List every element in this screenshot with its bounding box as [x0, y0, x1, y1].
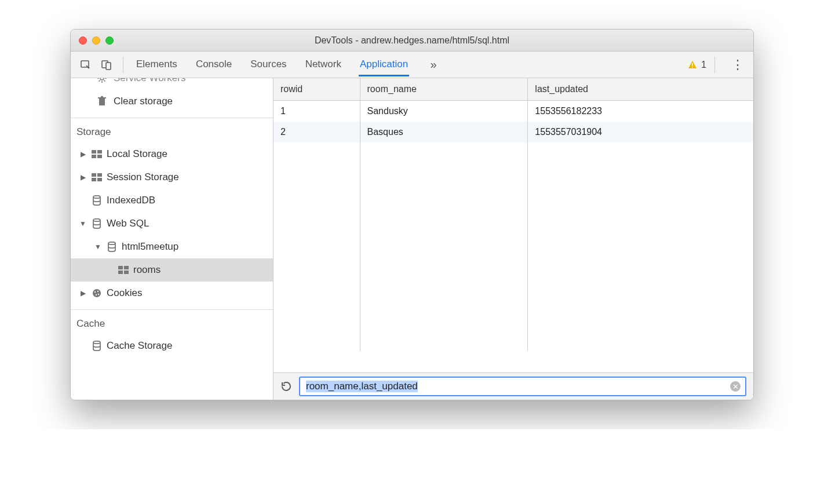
tab-network[interactable]: Network [304, 53, 342, 76]
collapse-icon: ▼ [94, 243, 102, 251]
sidebar-section-cache: Cache [71, 309, 273, 334]
svg-point-18 [93, 219, 100, 221]
svg-rect-6 [99, 98, 105, 105]
content-area: Service Workers Clear storage Storage ▶ … [71, 78, 753, 400]
expand-icon: ▶ [79, 173, 87, 181]
tree-label: Session Storage [107, 171, 179, 183]
cell: Sandusky [360, 101, 528, 122]
svg-rect-11 [92, 155, 96, 158]
table-icon [117, 266, 130, 274]
svg-rect-22 [118, 271, 123, 274]
devtools-window: DevTools - andrew.hedges.name/html5/sql.… [70, 29, 754, 400]
refresh-button[interactable] [280, 381, 292, 392]
storage-icon [90, 173, 103, 181]
close-window-button[interactable] [79, 36, 87, 45]
tree-item-cache-storage[interactable]: Cache Storage [71, 334, 273, 357]
tree-item-database[interactable]: ▼ html5meetup [71, 235, 273, 258]
storage-icon [90, 150, 103, 158]
tab-sources[interactable]: Sources [249, 53, 287, 76]
svg-point-28 [98, 294, 99, 295]
svg-point-5 [100, 78, 104, 80]
table-row[interactable]: 2 Basques 1553557031904 [274, 122, 753, 143]
tree-item-cookies[interactable]: ▶ Cookies [71, 282, 273, 305]
svg-point-17 [93, 196, 100, 198]
panel-tabs: Elements Console Sources Network Applica… [135, 53, 683, 76]
query-input[interactable] [305, 380, 730, 393]
table-header-row: rowid room_name last_updated [274, 78, 753, 101]
column-header[interactable]: rowid [274, 78, 360, 101]
cookie-icon [90, 288, 103, 298]
window-controls [79, 36, 114, 45]
warning-icon [687, 60, 698, 70]
tree-label: rooms [133, 264, 161, 276]
device-toggle-icon[interactable] [99, 57, 115, 73]
tree-item-websql[interactable]: ▼ Web SQL [71, 212, 273, 235]
application-sidebar: Service Workers Clear storage Storage ▶ … [71, 78, 274, 400]
tree-label: IndexedDB [107, 195, 155, 206]
svg-rect-7 [98, 97, 106, 98]
svg-rect-10 [97, 150, 102, 154]
svg-rect-23 [124, 271, 129, 274]
tree-label: Cache Storage [107, 340, 172, 352]
svg-rect-8 [101, 96, 103, 97]
svg-point-29 [93, 341, 100, 344]
cell: 1 [274, 101, 360, 122]
separator [714, 57, 715, 73]
data-grid: rowid room_name last_updated 1 Sandusky … [274, 78, 753, 373]
tree-label: Web SQL [107, 218, 149, 229]
expand-icon: ▶ [79, 150, 87, 158]
results-table: rowid room_name last_updated 1 Sandusky … [274, 78, 753, 351]
database-icon [90, 218, 103, 229]
svg-rect-12 [97, 155, 102, 158]
tree-label: Local Storage [107, 148, 167, 160]
cell: Basques [360, 122, 528, 143]
svg-rect-2 [106, 63, 111, 70]
svg-point-26 [97, 291, 99, 292]
svg-point-19 [108, 242, 115, 244]
column-header[interactable]: room_name [360, 78, 528, 101]
table-row[interactable]: 1 Sandusky 1553556182233 [274, 101, 753, 122]
svg-rect-20 [118, 266, 123, 269]
zoom-window-button[interactable] [105, 36, 114, 45]
svg-rect-21 [124, 266, 129, 269]
sidebar-item-service-workers[interactable]: Service Workers [71, 78, 273, 90]
minimize-window-button[interactable] [92, 36, 100, 45]
tree-item-local-storage[interactable]: ▶ Local Storage [71, 143, 273, 166]
clear-query-button[interactable]: ✕ [730, 381, 741, 392]
svg-rect-16 [97, 178, 102, 181]
tab-console[interactable]: Console [195, 53, 233, 76]
cell: 1553557031904 [528, 122, 753, 143]
svg-rect-15 [92, 178, 96, 181]
svg-rect-14 [97, 173, 102, 177]
tree-item-session-storage[interactable]: ▶ Session Storage [71, 166, 273, 189]
more-tabs-icon[interactable]: » [425, 57, 442, 73]
warning-count: 1 [701, 60, 706, 70]
sidebar-item-clear-storage[interactable]: Clear storage [71, 90, 273, 113]
empty-space [274, 143, 753, 351]
svg-rect-13 [92, 173, 96, 177]
cell: 1553556182233 [528, 101, 753, 122]
sidebar-label: Service Workers [114, 78, 185, 84]
tree-label: html5meetup [122, 241, 178, 253]
column-header[interactable]: last_updated [528, 78, 753, 101]
warning-badge[interactable]: 1 [687, 60, 706, 70]
svg-rect-3 [692, 63, 693, 66]
svg-point-24 [93, 289, 101, 297]
devtools-toolbar: Elements Console Sources Network Applica… [71, 52, 753, 78]
tree-label: Cookies [107, 287, 142, 299]
expand-icon: ▶ [79, 289, 87, 297]
svg-point-27 [96, 294, 97, 295]
inspect-icon[interactable] [78, 57, 94, 73]
separator [123, 57, 123, 73]
settings-menu-icon[interactable]: ⋮ [731, 57, 744, 72]
database-icon [90, 341, 103, 351]
tab-elements[interactable]: Elements [135, 53, 178, 76]
tab-application[interactable]: Application [359, 53, 409, 76]
tree-item-indexeddb[interactable]: IndexedDB [71, 189, 273, 212]
cell: 2 [274, 122, 360, 143]
svg-point-25 [94, 291, 96, 293]
tree-item-table[interactable]: rooms [71, 258, 273, 282]
svg-rect-9 [92, 150, 96, 154]
trash-icon [96, 96, 108, 107]
query-toolbar: ✕ [274, 373, 753, 400]
